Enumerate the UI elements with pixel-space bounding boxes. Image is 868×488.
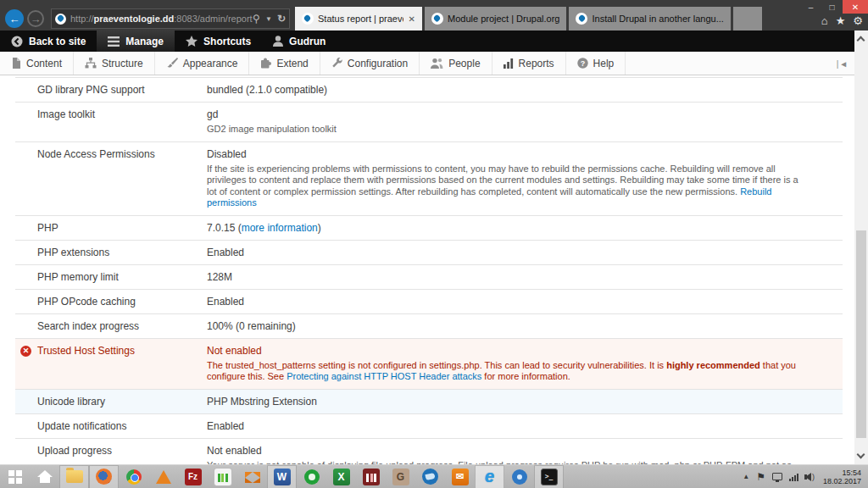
scroll-up-arrow[interactable]	[857, 36, 865, 45]
status-value-text: PHP Mbstring Extension	[207, 396, 832, 408]
status-value: Not enabledThe trusted_host_patterns set…	[207, 345, 836, 383]
admin-menu-reports[interactable]: Reports	[492, 52, 566, 75]
tab-title: Module project | Drupal.org	[448, 14, 559, 24]
file-explorer-icon[interactable]	[59, 465, 89, 488]
toolbar-item-gudrun[interactable]: Gudrun	[262, 30, 337, 52]
search-icon[interactable]: ⚲	[253, 13, 260, 25]
chevron-down-icon[interactable]: ▼	[265, 15, 272, 23]
home-shortcut-icon[interactable]	[30, 465, 59, 488]
command-prompt-icon[interactable]: >_	[534, 465, 564, 488]
admin-menu-label: Content	[26, 58, 62, 69]
toolbar-item-back-to-site[interactable]: Back to site	[0, 30, 97, 52]
text-segment: Not enabled	[207, 345, 262, 357]
status-label: Upload progress	[37, 445, 207, 465]
chrome-icon[interactable]	[119, 465, 148, 488]
text-segment: gd	[207, 108, 218, 120]
screenshot-tool-icon[interactable]	[208, 465, 237, 488]
status-row-update-notifications: Update notificationsEnabled	[15, 414, 843, 439]
pc-status-icon[interactable]	[772, 473, 782, 480]
browser-forward-button[interactable]: →	[27, 10, 44, 27]
firefox-icon[interactable]	[89, 465, 119, 488]
toolbar-item-label: Manage	[125, 36, 164, 47]
minimize-button[interactable]: –	[800, 0, 821, 14]
browser-back-button[interactable]: ←	[5, 9, 24, 28]
volume-icon[interactable]: )	[805, 473, 815, 481]
status-value-text: Enabled	[207, 296, 832, 308]
tab-close-icon[interactable]: ✕	[409, 14, 415, 24]
settings-gear-icon[interactable]: ⚙	[853, 14, 863, 27]
browser-tab-0[interactable]: Status report | praeventologie✕	[295, 7, 422, 30]
butterfly-app-icon[interactable]	[237, 465, 267, 488]
maximize-button[interactable]: □	[821, 0, 843, 14]
vertical-scrollbar[interactable]	[854, 30, 868, 464]
windows-taskbar: FzWXG✉e>_ ▲ ⚑ ) 15:54 18.02.2017	[0, 464, 868, 488]
tab-title: Status report | praeventologie	[318, 14, 403, 24]
status-value-text: Not enabled	[207, 345, 832, 357]
green-app-icon[interactable]	[297, 465, 326, 488]
tray-expand-icon[interactable]: ▲	[743, 473, 749, 480]
toolbar-orientation-toggle-icon[interactable]: |◄	[833, 55, 852, 72]
toolbar-item-label: Shortcuts	[203, 36, 251, 47]
inline-link[interactable]: more information	[242, 222, 318, 234]
filezilla-icon[interactable]: Fz	[178, 465, 208, 488]
excel-icon[interactable]: X	[326, 465, 356, 488]
admin-menu-label: People	[448, 58, 480, 69]
thunderbird-icon[interactable]	[415, 465, 445, 488]
status-value-text: 7.0.15 (more information)	[207, 222, 832, 234]
text-segment: PHP Mbstring Extension	[207, 396, 317, 408]
admin-menu-label: Configuration	[348, 58, 408, 69]
toolbar-item-shortcuts[interactable]: Shortcuts	[175, 30, 262, 52]
home-icon[interactable]: ⌂	[821, 14, 828, 27]
action-center-flag-icon[interactable]: ⚑	[756, 471, 765, 483]
mail-app-icon[interactable]: ✉	[445, 465, 475, 488]
admin-menu-content[interactable]: Content	[0, 52, 74, 75]
status-row-php: PHP7.0.15 (more information)	[15, 216, 843, 241]
status-value-text: Not enabled	[207, 445, 832, 457]
close-button[interactable]: ✕	[843, 0, 868, 14]
taskbar-clock[interactable]: 15:54 18.02.2017	[821, 469, 861, 485]
system-tray: ▲ ⚑ ) 15:54 18.02.2017	[743, 469, 868, 485]
browser-tab-1[interactable]: Module project | Drupal.org	[425, 7, 566, 30]
status-row-node-access-permissions: Node Access PermissionsDisabledIf the si…	[15, 142, 843, 216]
start-button[interactable]	[0, 465, 30, 488]
refresh-icon[interactable]: ↻	[277, 13, 286, 25]
admin-menu-label: Structure	[102, 58, 143, 69]
gimp-icon[interactable]: G	[386, 465, 415, 488]
toolbar-item-label: Gudrun	[289, 36, 326, 47]
status-value: bundled (2.1.0 compatible)	[207, 84, 836, 96]
text-segment: The trusted_host_patterns setting is not…	[207, 360, 666, 370]
internet-explorer-icon[interactable]: e	[475, 465, 504, 488]
text-segment: 128M	[207, 271, 232, 283]
network-signal-icon[interactable]	[789, 473, 798, 481]
red-chart-app-icon[interactable]	[356, 465, 386, 488]
status-value-text: Enabled	[207, 247, 832, 258]
url-text[interactable]: http://praeventologie.dd:8083/admin/repo…	[70, 14, 253, 24]
address-bar[interactable]: http://praeventologie.dd:8083/admin/repo…	[51, 8, 290, 29]
status-label: Image toolkit	[37, 108, 207, 136]
scroll-down-arrow[interactable]	[857, 451, 865, 459]
admin-menu-structure[interactable]: Structure	[74, 52, 155, 75]
blue-app-icon[interactable]	[504, 465, 534, 488]
status-row-unicode-library: Unicode libraryPHP Mbstring Extension	[15, 390, 843, 414]
status-value: Enabled	[207, 296, 836, 308]
status-description: The trusted_host_patterns setting is not…	[207, 360, 804, 383]
admin-menu-people[interactable]: People	[420, 52, 492, 75]
tab-favicon	[431, 13, 443, 25]
favorites-star-icon[interactable]: ★	[836, 14, 846, 27]
status-label: GD library PNG support	[37, 84, 207, 96]
new-tab-button[interactable]	[733, 7, 762, 30]
admin-menu-configuration[interactable]: Configuration	[320, 52, 420, 75]
inline-link[interactable]: Protecting against HTTP HOST Header atta…	[287, 371, 481, 381]
scrollbar-thumb[interactable]	[856, 230, 866, 439]
admin-menu-extend[interactable]: Extend	[249, 52, 320, 75]
bold-text: highly recommended	[666, 360, 760, 370]
text-segment: Enabled	[207, 420, 244, 432]
toolbar-item-manage[interactable]: Manage	[97, 30, 175, 52]
word-icon[interactable]: W	[267, 465, 297, 488]
vlc-icon[interactable]	[148, 465, 178, 488]
status-label: Node Access Permissions	[37, 148, 207, 209]
admin-menu-appearance[interactable]: Appearance	[155, 52, 250, 75]
browser-tab-2[interactable]: Install Drupal in another langu...	[569, 7, 730, 30]
admin-menu-help[interactable]: ?Help	[566, 52, 626, 75]
star-icon	[186, 36, 198, 47]
